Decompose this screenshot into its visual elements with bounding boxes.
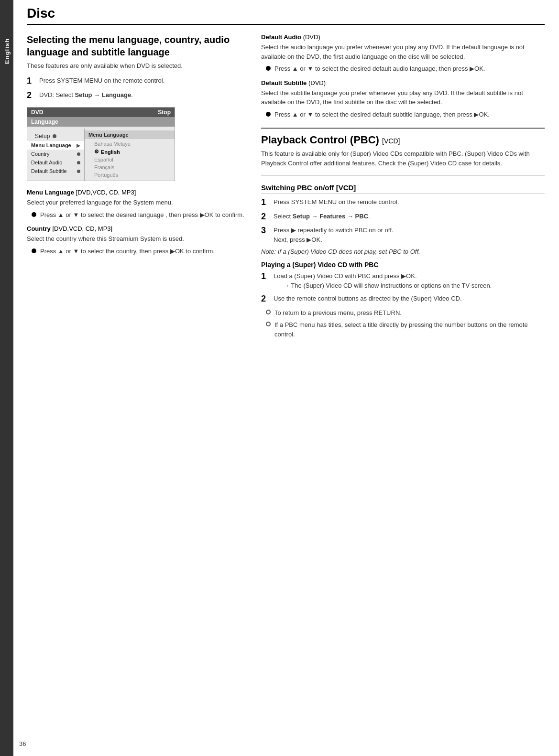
lang-option-portugues: Português (85, 171, 175, 179)
pbc-step-3-number: 3 (261, 226, 270, 236)
playing-step-1-arrow: → The (Super) Video CD will show instruc… (283, 282, 492, 289)
setup-label: Setup (35, 133, 50, 140)
default-audio-desc: Select the audio language you prefer whe… (261, 43, 545, 61)
dvd-menu-header: DVD Stop (27, 108, 175, 117)
step-1-text: Press SYSTEM MENU on the remote control. (39, 76, 164, 86)
playing-step-1: 1 Load a (Super) Video CD with PBC and p… (261, 271, 545, 290)
playing-step-1-number: 1 (261, 271, 270, 282)
step-1: 1 Press SYSTEM MENU on the remote contro… (27, 76, 247, 86)
setup-row: Setup (27, 131, 84, 141)
side-tab-label: English (3, 38, 11, 64)
dvd-menu-col2: Menu Language Bahasa Melayu ⚙ English Es… (85, 129, 175, 181)
pbc-step-3: 3 Press ▶ repeatedly to switch PBC on or… (261, 226, 545, 244)
pbc-step-1-text: Press SYSTEM MENU on the remote control. (274, 197, 399, 207)
dvd-label: DVD (31, 109, 43, 116)
lang-option-english: ⚙ English (85, 148, 175, 156)
lang-option-espanol: Español (85, 156, 175, 163)
page-number: 36 (19, 740, 26, 747)
menu-language-title: Menu Language [DVD,VCD, CD, MP3] (27, 189, 247, 196)
country-desc: Select the country where this Streamium … (27, 234, 247, 244)
default-audio-bullet-text: Press ▲ or ▼ to select the desired defau… (274, 64, 485, 74)
menu-language-bullet-text: Press ▲ or ▼ to select the desired langu… (40, 210, 244, 220)
side-tab: English (0, 0, 13, 756)
bullet-dot (32, 212, 36, 217)
circle-item-2-text: If a PBC menu has titles, select a title… (274, 320, 545, 339)
stop-label: Stop (158, 109, 171, 116)
setup-dot (53, 134, 56, 138)
circle-item-1-text: To return to a previous menu, press RETU… (274, 308, 402, 318)
separator (261, 175, 545, 176)
country-title: Country [DVD,VCD, CD, MP3] (27, 225, 247, 232)
switching-heading: Switching PBC on/off [VCD] (261, 184, 545, 194)
right-column: Default Audio (DVD) Select the audio lan… (261, 25, 545, 342)
playing-step-2-number: 2 (261, 294, 270, 304)
language-bar: Language (27, 117, 175, 127)
pbc-step-3-text: Press ▶ repeatedly to switch PBC on or o… (274, 226, 393, 244)
circle-dot-1 (266, 310, 271, 314)
playing-step-2: 2 Use the remote control buttons as dire… (261, 294, 545, 304)
lang-option-bahasa: Bahasa Melayu (85, 140, 175, 148)
left-column: Selecting the menu language, country, au… (27, 25, 247, 342)
step-2-text: DVD: Select Setup → Language. (39, 90, 133, 100)
pbc-step-2: 2 Select Setup → Features → PBC. (261, 212, 545, 222)
dvd-menu-col1: Setup Menu Language ▶ Country Defaul (27, 129, 85, 181)
menu-language-bullet: Press ▲ or ▼ to select the desired langu… (32, 210, 247, 220)
intro-text: These features are only available when D… (27, 62, 247, 69)
circle-dot-2 (266, 322, 271, 326)
note-text: Note: If a (Super) Video CD does not pla… (261, 248, 545, 255)
circle-item-1: To return to a previous menu, press RETU… (266, 308, 545, 318)
default-subtitle-title: Default Subtitle (DVD) (261, 79, 545, 86)
section-heading: Selecting the menu language, country, au… (27, 33, 247, 58)
pbc-step-2-number: 2 (261, 212, 270, 222)
default-audio-bullet: Press ▲ or ▼ to select the desired defau… (266, 64, 545, 74)
gear-icon: ⚙ (94, 149, 99, 155)
default-subtitle-desc: Select the subtitle language you prefer … (261, 88, 545, 107)
menu-item-country: Country (27, 150, 84, 158)
country-bullet-text: Press ▲ or ▼ to select the country, then… (40, 247, 215, 256)
playing-step-1-text: Load a (Super) Video CD with PBC and pre… (274, 271, 492, 290)
country-bullet: Press ▲ or ▼ to select the country, then… (32, 247, 247, 256)
dvd-menu-body: Setup Menu Language ▶ Country Defaul (27, 129, 175, 181)
default-audio-title: Default Audio (DVD) (261, 33, 545, 41)
step-2-number: 2 (27, 90, 35, 101)
pbc-heading: Playback Control (PBC) [VCD] (261, 128, 545, 146)
default-audio-bullet-dot (266, 66, 271, 71)
step-2: 2 DVD: Select Setup → Language. (27, 90, 247, 101)
dvd-menu-screenshot: DVD Stop Language Setup Menu Language ▶ (27, 107, 175, 181)
menu-item-default-audio: Default Audio (27, 158, 84, 167)
lang-option-francais: Français (85, 163, 175, 171)
step-1-number: 1 (27, 76, 35, 86)
playing-heading: Playing a (Super) Video CD with PBC (261, 261, 545, 269)
default-subtitle-bullet-dot (266, 112, 271, 117)
page-title: Disc (27, 0, 545, 25)
default-subtitle-bullet: Press ▲ or ▼ to select the desired defau… (266, 110, 545, 119)
pbc-step-1: 1 Press SYSTEM MENU on the remote contro… (261, 197, 545, 208)
circle-item-2: If a PBC menu has titles, select a title… (266, 320, 545, 339)
pbc-desc: This feature is available only for (Supe… (261, 149, 545, 168)
menu-item-default-subtitle: Default Subtitle (27, 167, 84, 175)
pbc-step-1-number: 1 (261, 197, 270, 208)
menu-item-menu-language: Menu Language ▶ (27, 141, 84, 150)
playing-step-2-text: Use the remote control buttons as direct… (274, 294, 462, 303)
menu-lang-title: Menu Language (85, 130, 175, 139)
country-bullet-dot (32, 248, 36, 253)
menu-language-desc: Select your preferred language for the S… (27, 198, 247, 207)
pbc-step-2-text: Select Setup → Features → PBC. (274, 212, 370, 221)
default-subtitle-bullet-text: Press ▲ or ▼ to select the desired defau… (274, 110, 490, 119)
